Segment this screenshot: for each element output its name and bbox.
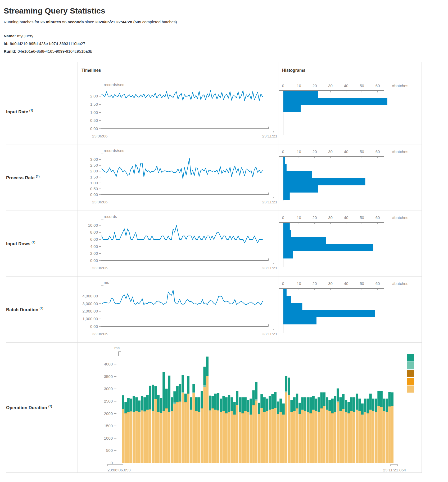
- svg-text:10: 10: [297, 149, 301, 154]
- summary-prefix: Running batches for: [4, 20, 40, 24]
- svg-text:0.00: 0.00: [90, 258, 98, 263]
- histogram-svg: 0102030405060#batches: [278, 277, 421, 342]
- svg-text:#batches: #batches: [392, 215, 408, 220]
- label-operation-duration: Operation Duration (?): [6, 343, 78, 473]
- svg-text:40: 40: [344, 215, 349, 220]
- process-rate-timeline-cell: records/sec3.002.502.001.501.000.500.002…: [78, 145, 278, 211]
- svg-text:40: 40: [344, 83, 349, 88]
- process-rate-timeline-chart[interactable]: records/sec3.002.502.001.501.000.500.002…: [78, 145, 278, 211]
- header-empty: [6, 62, 78, 79]
- input-rate-histogram-chart[interactable]: 0102030405060#batches: [278, 79, 422, 145]
- input-rows-timeline-cell: records10.008.006.004.002.000.0023:06:06…: [78, 211, 278, 277]
- help-icon[interactable]: (?): [40, 307, 43, 310]
- batch-duration-timeline-cell: ms4,000.003,000.002,000.001,000.000.0023…: [78, 277, 278, 343]
- svg-text:2.50: 2.50: [90, 163, 98, 167]
- row-input-rate: Input Rate (?) records/sec2.001.501.000.…: [6, 79, 422, 145]
- running-batches-summary: Running batches for 26 minutes 56 second…: [4, 20, 448, 24]
- svg-text:0.50: 0.50: [90, 118, 98, 123]
- operation-duration-cell: ms4000350030002500200015001000500023:06:…: [78, 343, 422, 473]
- label-input-rows: Input Rows (?): [6, 211, 78, 277]
- svg-text:10.00: 10.00: [88, 223, 98, 227]
- help-icon[interactable]: (?): [29, 109, 33, 112]
- query-id-value: 9d0dd219-995d-423e-b97d-36931110bb27: [10, 41, 85, 46]
- svg-text:23:11:21: 23:11:21: [262, 332, 277, 336]
- svg-text:0.00: 0.00: [90, 192, 98, 197]
- svg-text:20: 20: [313, 281, 317, 286]
- svg-text:60: 60: [375, 281, 380, 286]
- svg-text:50: 50: [360, 215, 364, 220]
- svg-text:10: 10: [297, 215, 301, 220]
- batch-duration-histogram-chart[interactable]: 0102030405060#batches: [278, 277, 422, 342]
- svg-text:records/sec: records/sec: [104, 148, 124, 153]
- label-process-rate: Process Rate (?): [6, 145, 78, 211]
- svg-text:2.00: 2.00: [90, 94, 98, 98]
- input-rate-timeline-cell: records/sec2.001.501.000.500.0023:06:062…: [78, 79, 278, 145]
- summary-middle: since: [84, 20, 95, 24]
- input-rate-timeline-chart[interactable]: records/sec2.001.501.000.500.0023:06:062…: [78, 79, 278, 145]
- page: Streaming Query Statistics Running batch…: [3, 6, 448, 473]
- svg-text:0: 0: [282, 281, 284, 286]
- svg-text:60: 60: [375, 215, 380, 220]
- help-icon[interactable]: (?): [36, 175, 39, 178]
- summary-paren: (: [132, 20, 134, 24]
- svg-text:1.00: 1.00: [90, 181, 98, 185]
- svg-text:1500: 1500: [104, 423, 113, 428]
- svg-text:20: 20: [313, 215, 317, 220]
- help-icon[interactable]: (?): [48, 405, 52, 408]
- svg-text:0: 0: [282, 215, 284, 220]
- svg-text:0.50: 0.50: [90, 186, 98, 191]
- svg-text:50: 50: [360, 83, 364, 88]
- timeline-svg: records/sec2.001.501.000.500.0023:06:062…: [78, 79, 278, 145]
- svg-text:4.00: 4.00: [90, 244, 98, 249]
- svg-text:23:11:21: 23:11:21: [262, 266, 277, 270]
- svg-text:2000: 2000: [104, 411, 113, 416]
- svg-text:2,000.00: 2,000.00: [83, 309, 98, 313]
- legend-swatch: [407, 354, 414, 362]
- summary-suffix: completed batches): [141, 20, 177, 24]
- svg-text:1000: 1000: [104, 436, 113, 440]
- svg-text:ms: ms: [114, 346, 120, 350]
- query-name-label: Name:: [4, 34, 16, 38]
- svg-text:records: records: [104, 214, 117, 219]
- histogram-svg: 0102030405060#batches: [278, 79, 421, 145]
- row-input-rows: Input Rows (?) records10.008.006.004.002…: [6, 211, 422, 277]
- process-rate-histogram-chart[interactable]: 0102030405060#batches: [278, 145, 422, 211]
- svg-text:23:06:06: 23:06:06: [92, 200, 107, 204]
- histogram-svg: 0102030405060#batches: [278, 145, 421, 211]
- query-name-value: myQuery: [17, 34, 33, 38]
- query-runid-line: RunId:04e101e6-8bf8-4165-9099-9104c951ba…: [4, 47, 448, 55]
- svg-text:#batches: #batches: [392, 149, 408, 154]
- svg-text:30: 30: [328, 215, 333, 220]
- svg-text:10: 10: [297, 83, 301, 88]
- batch-duration-timeline-chart[interactable]: ms4,000.003,000.002,000.001,000.000.0023…: [78, 277, 278, 342]
- timeline-svg: ms4,000.003,000.002,000.001,000.000.0023…: [78, 277, 278, 342]
- legend-swatch: [407, 378, 414, 385]
- svg-text:60: 60: [375, 149, 380, 154]
- query-runid-label: RunId:: [4, 49, 16, 53]
- svg-text:2.00: 2.00: [90, 169, 98, 173]
- header-timelines: Timelines: [78, 62, 278, 79]
- legend-swatch: [407, 362, 414, 369]
- help-icon[interactable]: (?): [31, 241, 35, 244]
- timeline-svg: records10.008.006.004.002.000.0023:06:06…: [78, 211, 278, 276]
- svg-text:3500: 3500: [104, 374, 113, 379]
- svg-text:3000: 3000: [104, 386, 113, 391]
- operation-duration-stacked-chart[interactable]: ms4000350030002500200015001000500023:06:…: [78, 343, 422, 472]
- input-rows-histogram-chart[interactable]: 0102030405060#batches: [278, 211, 422, 276]
- svg-text:1.50: 1.50: [90, 175, 98, 179]
- svg-text:50: 50: [360, 281, 364, 286]
- input-rows-timeline-chart[interactable]: records10.008.006.004.002.000.0023:06:06…: [78, 211, 278, 276]
- svg-text:3,000.00: 3,000.00: [83, 301, 98, 306]
- svg-text:4,000.00: 4,000.00: [83, 294, 98, 298]
- timeline-svg: records/sec3.002.502.001.501.000.500.002…: [78, 145, 278, 211]
- svg-text:2.00: 2.00: [90, 251, 98, 256]
- histogram-svg: 0102030405060#batches: [278, 211, 421, 276]
- svg-text:#batches: #batches: [392, 83, 408, 88]
- svg-text:500: 500: [106, 448, 113, 453]
- header-histograms: Histograms: [278, 62, 422, 79]
- input-rate-histogram-cell: 0102030405060#batches: [278, 79, 422, 145]
- svg-text:2500: 2500: [104, 399, 113, 403]
- svg-text:1,000.00: 1,000.00: [83, 316, 98, 321]
- label-input-rate: Input Rate (?): [6, 79, 78, 145]
- svg-text:0: 0: [282, 149, 284, 154]
